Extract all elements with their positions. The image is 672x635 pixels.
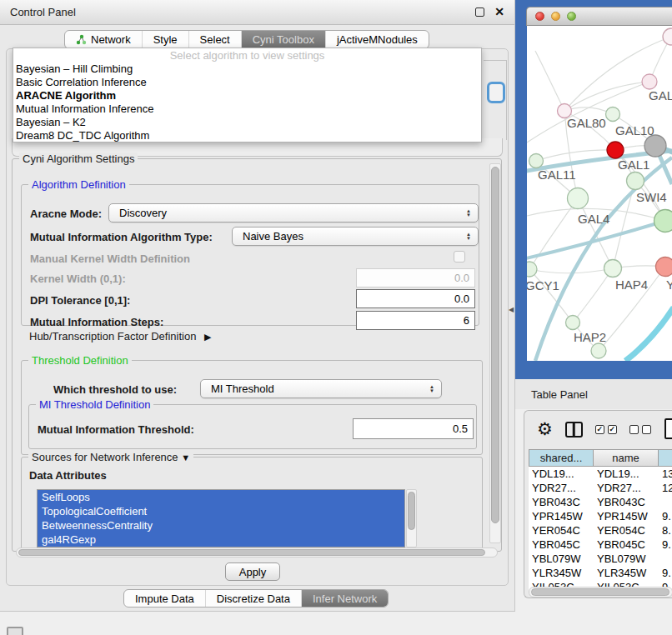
popup-item-basic-correlation[interactable]: Basic Correlation Inference bbox=[13, 76, 481, 89]
attributes-list-scrollbar[interactable] bbox=[406, 489, 417, 548]
which-threshold-value: MI Threshold bbox=[211, 382, 274, 395]
network-node-gcy1[interactable] bbox=[527, 262, 537, 277]
manual-kernel-label: Manual Kernel Width Definition bbox=[30, 252, 190, 265]
column-header-partial[interactable] bbox=[659, 449, 672, 467]
cyni-algorithm-settings-group: Cyni Algorithm Settings Algorithm Defini… bbox=[12, 158, 502, 552]
popup-item-mutual-information[interactable]: Mutual Information Inference bbox=[13, 102, 481, 116]
node-table: shared... name YDL19... YDL19... 13 YDR2… bbox=[529, 449, 672, 594]
hidden-combo-focus-ring bbox=[487, 82, 505, 103]
mi-threshold-field[interactable]: 0.5 bbox=[353, 418, 474, 439]
table-row[interactable]: YDR27... YDR27... 12 bbox=[529, 481, 672, 495]
network-node-gal10[interactable] bbox=[606, 108, 620, 122]
column-header-name[interactable]: name bbox=[594, 449, 659, 467]
cell-name: YLR345W bbox=[594, 566, 659, 580]
sources-group: Sources for Network Inference ▼ Data Att… bbox=[21, 457, 483, 550]
network-node-gal11[interactable] bbox=[529, 154, 544, 168]
tab-infer-network[interactable]: Infer Network bbox=[301, 590, 388, 607]
panel-collapse-arrow-icon[interactable]: ◀ bbox=[509, 306, 514, 313]
dpi-tolerance-field[interactable]: 0.0 bbox=[356, 289, 475, 308]
network-node[interactable] bbox=[663, 28, 672, 45]
cell-name: YER054C bbox=[594, 523, 659, 538]
window-zoom-icon[interactable] bbox=[567, 12, 576, 21]
network-node-gal1-selected[interactable] bbox=[607, 142, 624, 158]
table-row[interactable]: YDL19... YDL19... 13 bbox=[529, 467, 672, 481]
popup-item-bayesian-hill[interactable]: Bayesian – Hill Climbing bbox=[13, 62, 481, 76]
network-node-salmon[interactable] bbox=[656, 258, 672, 277]
table-row[interactable]: YER054C YER054C 8. bbox=[529, 523, 672, 538]
cell-shared: YBL079W bbox=[529, 552, 594, 566]
mi-threshold-label: Mutual Information Threshold: bbox=[38, 423, 194, 436]
mi-threshold-group-title: MI Threshold Definition bbox=[36, 398, 153, 411]
kernel-width-field[interactable]: 0.0 bbox=[356, 268, 475, 288]
hub-definition-label: Hub/Transcription Factor Definition bbox=[29, 330, 196, 342]
tab-impute-data[interactable]: Impute Data bbox=[124, 590, 205, 607]
mi-steps-field[interactable]: 6 bbox=[356, 311, 475, 330]
window-close-icon[interactable] bbox=[535, 12, 544, 21]
dpi-tolerance-label: DPI Tolerance [0,1]: bbox=[30, 294, 130, 307]
table-toolbar: ⚙ ✓✓ bbox=[524, 411, 672, 448]
cell-name: YDL19... bbox=[594, 467, 659, 481]
deselect-all-icon[interactable] bbox=[629, 425, 651, 434]
hub-definition-toggle[interactable]: Hub/Transcription Factor Definition ▶ bbox=[29, 330, 211, 342]
aracne-mode-combo[interactable]: Discovery ▲▼ bbox=[108, 203, 479, 222]
popup-item-bayesian-k2[interactable]: Bayesian – K2 bbox=[13, 116, 481, 129]
cell-shared: YBR043C bbox=[529, 495, 594, 509]
table-row[interactable]: YBR043C YBR043C bbox=[529, 495, 672, 509]
table-horizontal-scrollbar[interactable] bbox=[529, 587, 672, 598]
which-threshold-combo[interactable]: MI Threshold ▲▼ bbox=[200, 379, 442, 398]
column-layout-icon[interactable] bbox=[565, 422, 583, 438]
cell-value: 12 bbox=[659, 481, 672, 495]
list-item-selfloops[interactable]: SelfLoops bbox=[38, 490, 404, 504]
popup-item-dream8[interactable]: Dream8 DC_TDC Algorithm bbox=[13, 129, 481, 142]
network-node-swi4[interactable] bbox=[627, 172, 644, 190]
list-item-topologicalcoefficient[interactable]: TopologicalCoefficient bbox=[38, 504, 404, 518]
network-node-hap2[interactable] bbox=[566, 316, 580, 330]
dpi-tolerance-value: 0.0 bbox=[454, 292, 469, 305]
network-canvas[interactable]: GAL GAL80 GAL10 GAL1 GAL11 SWI4 GAL4 GCY… bbox=[527, 26, 672, 361]
table-row[interactable]: YPR145W YPR145W 9. bbox=[529, 509, 672, 523]
table-panel-title: Table Panel bbox=[531, 388, 588, 401]
threshold-definition-title: Threshold Definition bbox=[28, 354, 132, 367]
network-window-titlebar[interactable] bbox=[526, 7, 672, 26]
network-node-gal4[interactable] bbox=[568, 188, 589, 209]
tab-network[interactable]: Network bbox=[65, 31, 142, 48]
table-row[interactable]: YBR045C YBR045C 9. bbox=[529, 538, 672, 552]
tab-cyni-toolbox[interactable]: Cyni Toolbox bbox=[241, 31, 325, 48]
table-panel-header: Table Panel bbox=[515, 379, 672, 409]
gear-icon[interactable]: ⚙ bbox=[537, 421, 553, 438]
popup-item-aracne[interactable]: ARACNE Algorithm bbox=[13, 89, 481, 102]
settings-vertical-scrollbar[interactable] bbox=[489, 163, 501, 543]
node-label: GAL11 bbox=[538, 168, 576, 182]
node-label: GAL1 bbox=[618, 158, 649, 172]
list-item-gal4rgexp[interactable]: gal4RGexp bbox=[38, 532, 404, 547]
table-row[interactable]: YBL079W YBL079W bbox=[529, 552, 672, 566]
mi-type-combo[interactable]: Naive Bayes ▲▼ bbox=[232, 227, 479, 246]
network-node-hap4[interactable] bbox=[604, 260, 622, 278]
tab-select[interactable]: Select bbox=[188, 31, 241, 48]
tab-jactivemnodules[interactable]: jActiveMNodules bbox=[325, 31, 429, 48]
close-panel-icon[interactable]: ✕ bbox=[494, 8, 504, 17]
network-node[interactable] bbox=[654, 210, 672, 232]
network-node-gray[interactable] bbox=[644, 135, 666, 157]
table-row[interactable]: YLR345W YLR345W 9. bbox=[529, 566, 672, 580]
cyni-mode-tabstrip: Impute Data Discretize Data Infer Networ… bbox=[123, 589, 389, 608]
tab-discretize-data[interactable]: Discretize Data bbox=[205, 590, 301, 607]
column-header-shared[interactable]: shared... bbox=[529, 449, 594, 467]
cell-name: YBR043C bbox=[594, 495, 659, 509]
cell-name: YDR27... bbox=[594, 481, 659, 495]
sources-group-title[interactable]: Sources for Network Inference ▼ bbox=[28, 451, 193, 463]
new-table-icon[interactable] bbox=[664, 418, 672, 439]
tab-impute-data-label: Impute Data bbox=[135, 592, 194, 605]
network-node[interactable] bbox=[642, 74, 657, 89]
list-item-betweennesscentrality[interactable]: BetweennessCentrality bbox=[38, 518, 404, 532]
settings-horizontal-scrollbar[interactable] bbox=[16, 548, 498, 558]
cell-shared: YDR27... bbox=[529, 481, 594, 495]
window-minimize-icon[interactable] bbox=[551, 12, 560, 21]
tab-style[interactable]: Style bbox=[142, 31, 188, 48]
manual-kernel-checkbox[interactable] bbox=[454, 251, 465, 262]
network-node[interactable] bbox=[591, 343, 606, 358]
cell-value: 9. bbox=[659, 566, 672, 580]
float-panel-icon[interactable] bbox=[475, 8, 484, 17]
select-all-icon[interactable]: ✓✓ bbox=[595, 425, 617, 434]
apply-button[interactable]: Apply bbox=[225, 562, 280, 581]
